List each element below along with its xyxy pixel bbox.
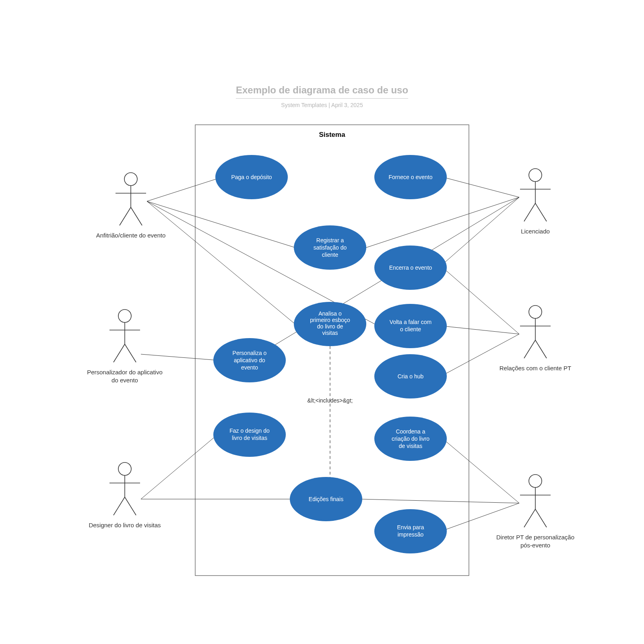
actor-designer: Designer do livro de visitas xyxy=(89,462,161,528)
svg-line-6 xyxy=(147,201,295,248)
usecase-register: Registrar a satisfação do cliente xyxy=(294,225,366,270)
svg-line-9 xyxy=(141,354,217,360)
svg-line-20 xyxy=(360,499,519,503)
svg-text:Fornece o evento: Fornece o evento xyxy=(389,174,433,180)
includes-label: &lt;<includes>&gt; xyxy=(308,397,353,404)
svg-text:pós-evento: pós-evento xyxy=(520,542,550,549)
svg-text:cliente: cliente xyxy=(322,252,339,258)
svg-text:Personaliza o: Personaliza o xyxy=(233,350,267,356)
actor-relations: Relações com o cliente PT xyxy=(500,305,571,372)
svg-text:satisfação do: satisfação do xyxy=(314,244,347,251)
svg-line-14 xyxy=(439,197,519,268)
usecase-followup: Volta a falar com o cliente xyxy=(374,304,447,348)
svg-text:do livro de: do livro de xyxy=(317,323,343,330)
usecase-print: Envia para impressão xyxy=(374,509,447,553)
svg-text:criação do livro: criação do livro xyxy=(392,436,429,442)
svg-text:Anfitrião/cliente do evento: Anfitrião/cliente do evento xyxy=(96,232,166,239)
svg-line-13 xyxy=(366,197,519,248)
svg-text:evento: evento xyxy=(241,364,258,371)
svg-line-17 xyxy=(443,326,519,334)
usecase-coord: Coordena a criação do livro de visitas xyxy=(374,417,447,461)
svg-text:aplicativo do: aplicativo do xyxy=(234,357,265,363)
svg-text:o cliente: o cliente xyxy=(400,326,421,332)
svg-text:Diretor PT de personalização: Diretor PT de personalização xyxy=(496,534,574,541)
svg-text:Personalizador do aplicativo: Personalizador do aplicativo xyxy=(87,369,163,376)
actor-director: Diretor PT de personalização pós-evento xyxy=(496,475,574,549)
svg-text:Relações com o cliente PT: Relações com o cliente PT xyxy=(500,365,571,372)
usecase-hub: Cria o hub xyxy=(374,354,447,398)
svg-text:Paga o depósito: Paga o depósito xyxy=(231,174,272,180)
usecase-provide: Fornece o evento xyxy=(374,155,447,199)
svg-text:Edições finais: Edições finais xyxy=(309,496,343,502)
svg-line-12 xyxy=(443,177,519,197)
svg-text:do evento: do evento xyxy=(111,377,138,384)
usecase-pay: Paga o depósito xyxy=(215,155,288,199)
svg-text:primeiro esboço: primeiro esboço xyxy=(310,317,350,323)
svg-text:Coordena a: Coordena a xyxy=(396,428,425,435)
svg-text:Analisa o: Analisa o xyxy=(318,310,342,317)
svg-text:Designer do livro de visitas: Designer do livro de visitas xyxy=(89,522,161,528)
svg-line-10 xyxy=(141,435,217,499)
svg-line-5 xyxy=(147,177,222,201)
usecase-review: Analisa o primeiro esboço do livro de vi… xyxy=(294,302,366,346)
svg-text:Faz o design do: Faz o design do xyxy=(229,427,270,434)
svg-text:Cria o hub: Cria o hub xyxy=(398,373,424,380)
usecase-customize: Personaliza o aplicativo do evento xyxy=(213,338,286,382)
svg-text:livro de visitas: livro de visitas xyxy=(232,435,267,441)
usecase-design: Faz o design do livro de visitas xyxy=(213,413,286,457)
usecase-close: Encerra o evento xyxy=(374,246,447,290)
svg-text:visitas: visitas xyxy=(322,330,338,336)
usecase-final: Edições finais xyxy=(290,477,362,521)
system-label: Sistema xyxy=(319,131,345,138)
actor-licensee: Licenciado xyxy=(520,169,551,235)
actor-customizer: Personalizador do aplicativo do evento xyxy=(87,310,163,384)
svg-line-21 xyxy=(441,503,519,531)
svg-text:Encerra o evento: Encerra o evento xyxy=(389,264,432,271)
usecase-diagram: Sistema &lt;<includes>&gt; Paga o depósi… xyxy=(0,0,644,644)
svg-text:Licenciado: Licenciado xyxy=(521,228,550,235)
svg-text:Registrar a: Registrar a xyxy=(316,237,344,244)
svg-text:de visitas: de visitas xyxy=(399,443,422,449)
svg-line-16 xyxy=(443,268,519,334)
svg-line-7 xyxy=(147,201,295,324)
svg-line-19 xyxy=(443,439,519,503)
svg-text:impressão: impressão xyxy=(398,531,424,538)
svg-text:Envia para: Envia para xyxy=(397,524,424,530)
svg-text:Volta a falar com: Volta a falar com xyxy=(390,319,431,325)
